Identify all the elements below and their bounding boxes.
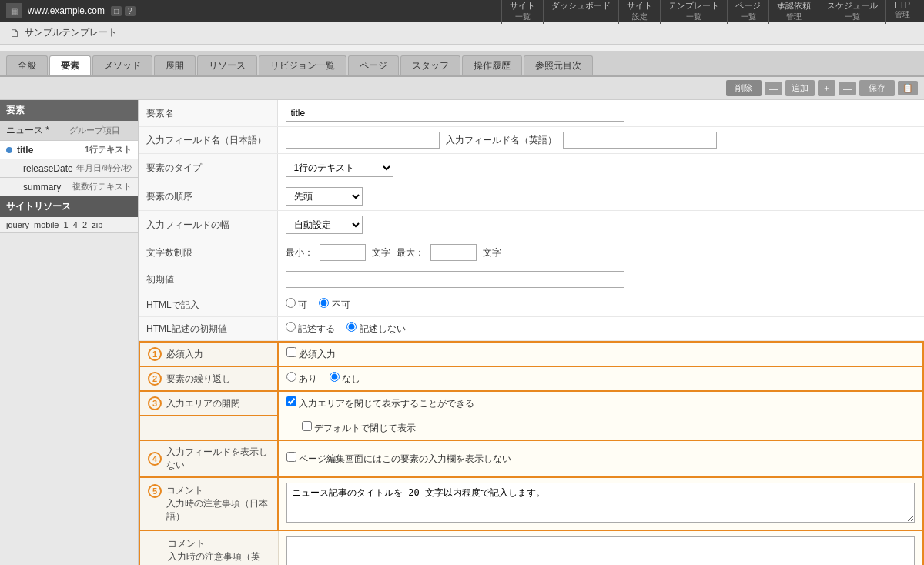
repeat-yes-radio[interactable] <box>286 372 296 382</box>
html-default-no-label[interactable]: 記述しない <box>346 323 405 334</box>
element-order-row: 要素の順序 先頭 末尾 <box>139 182 924 211</box>
html-yes-radio[interactable] <box>286 298 296 308</box>
required-row: 1 必須入力 必須入力 <box>139 342 923 366</box>
repeat-no-radio[interactable] <box>330 372 340 382</box>
repeat-yes-label[interactable]: あり <box>286 373 320 384</box>
hidden-check-label[interactable]: ページ編集画面にはこの要素の入力欄を表示しない <box>286 453 511 464</box>
tab-要素[interactable]: 要素 <box>49 55 91 75</box>
page-icon: 🗋 <box>9 27 20 39</box>
sidebar-group-name: ニュース * <box>6 124 69 137</box>
collapse-check-label[interactable]: 入力エリアを閉じて表示することができる <box>286 398 474 409</box>
tab-ページ[interactable]: ページ <box>348 55 399 75</box>
window-icon[interactable]: □ <box>111 6 122 16</box>
repeat-label-cell: 2 要素の繰り返し <box>148 372 270 386</box>
sidebar-item-releaseDate[interactable]: releaseDate年月日/時分/秒 <box>0 159 138 178</box>
html-default-yes-radio[interactable] <box>286 322 296 332</box>
top-nav-item[interactable]: テンプレート一覧 <box>660 0 727 24</box>
sidebar-group: ニュース * グループ項目 <box>0 121 138 141</box>
active-dot <box>6 147 12 153</box>
minus-button[interactable]: — <box>765 82 782 95</box>
html-input-label: HTMLで記入 <box>139 293 277 317</box>
sidebar-item-name: summary <box>23 182 72 192</box>
default-value-input[interactable] <box>286 271 624 288</box>
sidebar-item-type: 複数行テキスト <box>72 181 132 192</box>
hidden-label: 入力フィールドを表示しない <box>166 446 270 472</box>
tab-リビジョン一覧[interactable]: リビジョン一覧 <box>259 55 346 75</box>
domain-label: www.example.com <box>28 5 105 16</box>
content-area: 要素名 入力フィールド名（日本語） 入力フィールド名（英語） <box>139 100 924 565</box>
element-type-row: 要素のタイプ 1行のテキスト 複数行テキスト リッチテキスト <box>139 154 924 182</box>
sidebar-item-summary[interactable]: summary複数行テキスト <box>0 178 138 196</box>
sidebar-items: title1行テキストreleaseDate年月日/時分/秒summary複数行… <box>0 141 138 196</box>
tab-操作履歴[interactable]: 操作履歴 <box>462 55 522 75</box>
element-name-row: 要素名 <box>139 100 924 127</box>
element-name-input[interactable] <box>286 105 624 122</box>
tab-参照元目次[interactable]: 参照元目次 <box>524 55 593 75</box>
collapse-sub-row: デフォルトで閉じて表示 <box>139 416 923 440</box>
top-nav-item[interactable]: サイト設定 <box>618 0 660 24</box>
sidebar-item-type: 年月日/時分/秒 <box>76 162 132 174</box>
main-layout: 要素 ニュース * グループ項目 title1行テキストreleaseDate年… <box>0 100 924 565</box>
collapse-checkbox[interactable] <box>286 396 296 406</box>
collapse-default-label[interactable]: デフォルトで閉じて表示 <box>302 423 416 433</box>
top-nav-item[interactable]: 承認依頼管理 <box>768 0 819 24</box>
field-width-select[interactable]: 自動設定 小 中 大 <box>286 216 363 234</box>
element-order-select[interactable]: 先頭 末尾 <box>286 187 363 206</box>
tab-全般[interactable]: 全般 <box>6 55 48 75</box>
html-input-row: HTMLで記入 可 不可 <box>139 293 924 317</box>
hidden-checkbox[interactable] <box>286 452 296 462</box>
delete-button[interactable]: 削除 <box>726 80 762 96</box>
sidebar-item-title[interactable]: title1行テキスト <box>0 141 138 159</box>
field-name-jp-input[interactable] <box>286 132 440 149</box>
char-limit-unit2: 文字 <box>483 246 501 259</box>
repeat-label: 要素の繰り返し <box>166 373 231 386</box>
sidebar-resources: jquery_mobile_1_4_2_zip <box>0 217 138 233</box>
plus-button[interactable]: ＋ <box>818 80 835 96</box>
collapse-default-checkbox[interactable] <box>302 421 312 431</box>
sidebar-group-label: グループ項目 <box>69 125 132 136</box>
tab-スタッフ[interactable]: スタッフ <box>400 55 460 75</box>
tab-リソース[interactable]: リソース <box>197 55 257 75</box>
element-type-label: 要素のタイプ <box>139 154 277 182</box>
action-bar: 削除 — 追加 ＋ — 保存 📋 <box>0 77 924 100</box>
field-name-en-label: 入力フィールド名（英語） <box>446 134 557 147</box>
comment-en-textarea[interactable] <box>286 536 916 566</box>
char-limit-inline: 最小： 文字 最大： 文字 <box>286 244 917 261</box>
html-no-radio[interactable] <box>319 298 329 308</box>
top-nav-item[interactable]: ページ一覧 <box>727 0 768 24</box>
element-type-select[interactable]: 1行のテキスト 複数行テキスト リッチテキスト <box>286 159 393 177</box>
html-default-no-radio[interactable] <box>346 322 357 332</box>
required-checkbox[interactable] <box>286 347 296 357</box>
char-limit-max-input[interactable] <box>430 244 477 261</box>
collapse-label-cell: 3 入力エリアの開閉 <box>148 396 270 410</box>
collapse-row: 3 入力エリアの開閉 入力エリアを閉じて表示することができる <box>139 391 923 416</box>
help-icon[interactable]: ? <box>125 6 136 16</box>
comment-textarea[interactable]: ニュース記事のタイトルを 20 文字以内程度で記入します。 <box>286 483 915 523</box>
required-label: 必須入力 <box>166 348 203 361</box>
tab-展開[interactable]: 展開 <box>154 55 196 75</box>
top-nav-item[interactable]: FTP管理 <box>886 0 918 24</box>
save-button[interactable]: 保存 <box>859 80 895 96</box>
minus2-button[interactable]: — <box>839 82 856 95</box>
tab-メソッド[interactable]: メソッド <box>92 55 152 75</box>
html-default-yes-label[interactable]: 記述する <box>286 323 338 334</box>
repeat-no-label[interactable]: なし <box>330 373 360 384</box>
html-yes-label[interactable]: 可 <box>286 299 310 310</box>
top-nav-item[interactable]: スケジュール一覧 <box>819 0 886 24</box>
breadcrumb-text: サンプルテンプレート <box>25 26 117 39</box>
html-no-label[interactable]: 不可 <box>319 299 350 310</box>
comment-en-label: コメント 入力時の注意事項（英語） <box>148 537 270 566</box>
sidebar-section: サイトリソース <box>0 196 138 217</box>
comment-en-row: コメント 入力時の注意事項（英語） <box>139 530 923 566</box>
comment-label-cell: 5 コメント 入力時の注意事項（日本語） <box>148 484 270 523</box>
field-name-en-input[interactable] <box>563 132 717 149</box>
html-default-row: HTML記述の初期値 記述する 記述しない <box>139 317 924 341</box>
char-limit-min-input[interactable] <box>320 244 366 261</box>
top-nav-item[interactable]: サイト一覧 <box>501 0 543 24</box>
sidebar-resource-jquery_mobile_1_4_2_zip[interactable]: jquery_mobile_1_4_2_zip <box>0 217 138 233</box>
required-check-label[interactable]: 必須入力 <box>286 349 336 359</box>
default-value-row: 初期値 <box>139 266 924 293</box>
copy-button[interactable]: 📋 <box>898 81 918 95</box>
add-button[interactable]: 追加 <box>785 80 815 96</box>
top-nav-item[interactable]: ダッシュボード <box>543 0 618 24</box>
